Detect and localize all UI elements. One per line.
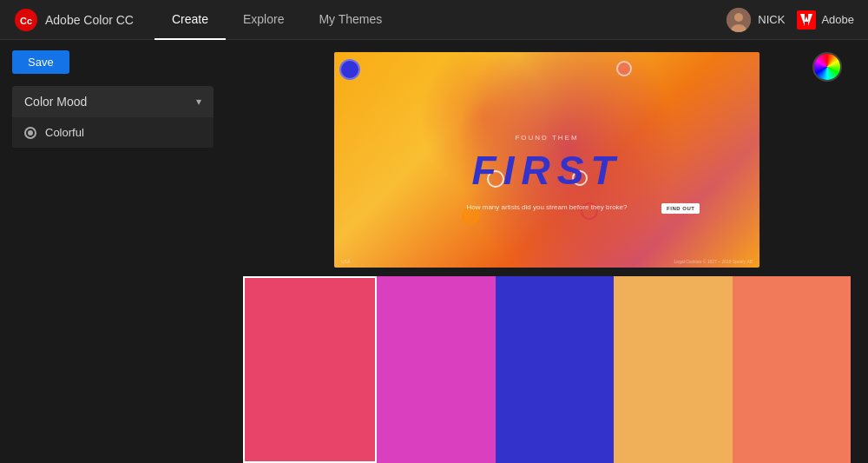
swatches-row <box>243 276 851 463</box>
save-button[interactable]: Save <box>12 50 69 74</box>
image-preview: FOUND THEM FIRST How many artists did yo… <box>334 52 760 268</box>
preview-sub-text: How many artists did you stream before t… <box>467 203 628 211</box>
svg-text:Cc: Cc <box>20 16 32 26</box>
option-label: Colorful <box>45 126 84 139</box>
radio-button <box>24 127 36 139</box>
adobe-label: Adobe <box>821 13 854 26</box>
avatar-image <box>727 8 751 32</box>
color-handle-pink[interactable] <box>616 61 632 76</box>
nav-create[interactable]: Create <box>155 0 226 40</box>
nav-right: NICK Adobe <box>727 8 854 32</box>
swatch-0[interactable] <box>243 276 377 463</box>
avatar <box>727 8 751 32</box>
preview-footer: USA Legal Cookies © 1627 – 2018 Spotify … <box>334 259 760 264</box>
app-logo: Cc Adobe Color CC <box>14 8 134 32</box>
preview-main-text: FIRST <box>472 147 622 194</box>
main-content: Save Color Mood ▾ Colorful <box>0 40 868 463</box>
dropdown-header[interactable]: Color Mood ▾ <box>12 86 214 117</box>
adobe-brand: Adobe <box>797 10 854 30</box>
swatch-4[interactable] <box>733 276 851 463</box>
color-mood-dropdown: Color Mood ▾ Colorful <box>12 86 214 148</box>
color-handle-blue[interactable] <box>339 59 360 80</box>
username: NICK <box>758 13 785 26</box>
dropdown-label: Color Mood <box>24 95 87 109</box>
user-menu[interactable]: NICK <box>727 8 785 32</box>
preview-background: FOUND THEM FIRST How many artists did yo… <box>334 52 760 268</box>
nav-explore[interactable]: Explore <box>226 0 301 40</box>
app-name: Adobe Color CC <box>45 13 134 27</box>
sidebar: Save Color Mood ▾ Colorful <box>0 40 226 463</box>
color-wheel-button[interactable] <box>812 52 842 82</box>
adobe-logo-icon <box>797 10 816 30</box>
preview-find-button: FIND OUT <box>661 203 700 214</box>
svg-point-3 <box>734 13 743 22</box>
footer-right: Legal Cookies © 1627 – 2018 Spotify AB <box>674 259 753 264</box>
footer-left: USA <box>341 259 350 264</box>
preview-found-text: FOUND THEM <box>515 134 578 142</box>
swatch-2[interactable] <box>496 276 614 463</box>
colorful-option[interactable]: Colorful <box>12 117 214 148</box>
swatch-3[interactable] <box>614 276 732 463</box>
swatch-1[interactable] <box>377 276 495 463</box>
app-logo-icon: Cc <box>14 8 38 32</box>
chevron-down-icon: ▾ <box>196 96 201 108</box>
nav-links: Create Explore My Themes <box>155 0 727 40</box>
canvas-area: FOUND THEM FIRST How many artists did yo… <box>226 40 868 463</box>
nav-my-themes[interactable]: My Themes <box>301 0 399 40</box>
nav-bar: Cc Adobe Color CC Create Explore My Them… <box>0 0 868 40</box>
